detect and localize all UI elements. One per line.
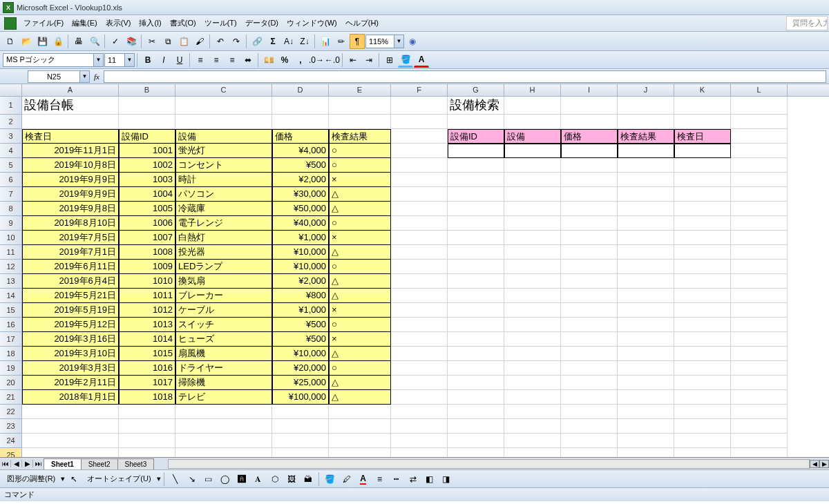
fx-icon[interactable]: fx (94, 72, 99, 81)
row-header[interactable]: 10 (0, 231, 22, 245)
cell-name[interactable]: ヒューズ (175, 332, 272, 347)
cell-date[interactable]: 2019年9月9日 (22, 173, 119, 187)
cell-date[interactable]: 2019年3月10日 (22, 347, 119, 361)
menu-file[interactable]: ファイル(F) (19, 17, 68, 30)
cell[interactable] (674, 274, 731, 289)
name-box-input[interactable] (28, 72, 79, 81)
cell[interactable] (561, 289, 618, 303)
cell-id[interactable]: 1017 (119, 376, 175, 390)
cell[interactable] (504, 158, 561, 173)
menu-format[interactable]: 書式(O) (166, 17, 200, 30)
cell[interactable] (448, 332, 504, 347)
underline-icon[interactable]: U (172, 52, 187, 68)
cell[interactable] (391, 376, 448, 390)
cell[interactable] (272, 405, 329, 419)
cell[interactable] (618, 187, 674, 202)
cell-name[interactable]: スイッチ (175, 318, 272, 332)
cell[interactable] (448, 419, 504, 434)
cell-name[interactable]: 投光器 (175, 245, 272, 260)
menu-insert[interactable]: 挿入(I) (135, 17, 165, 30)
cell-price[interactable]: ¥1,000 (272, 303, 329, 318)
cell-result[interactable]: ○ (329, 216, 391, 231)
cell-name[interactable]: 扇風機 (175, 347, 272, 361)
cell-price[interactable]: ¥100,000 (272, 390, 329, 405)
format-painter-icon[interactable]: 🖌 (192, 34, 207, 49)
cell-id[interactable]: 1003 (119, 173, 175, 187)
cell[interactable] (391, 405, 448, 419)
menu-data[interactable]: データ(D) (241, 17, 283, 30)
cell[interactable] (731, 376, 788, 390)
cell[interactable] (561, 274, 618, 289)
arrow-style-icon[interactable]: ⇄ (406, 472, 421, 487)
search-header[interactable]: 価格 (561, 129, 618, 144)
cell-id[interactable]: 1015 (119, 347, 175, 361)
cell-result[interactable]: ○ (329, 318, 391, 332)
cell[interactable] (504, 405, 561, 419)
research-icon[interactable]: 📚 (124, 34, 139, 49)
cell-price[interactable]: ¥500 (272, 332, 329, 347)
cell-name[interactable]: 白熱灯 (175, 231, 272, 245)
cell-name[interactable]: 電子レンジ (175, 216, 272, 231)
cell[interactable] (618, 448, 674, 457)
cell[interactable] (391, 129, 448, 144)
permission-icon[interactable]: 🔒 (50, 34, 66, 49)
cell-id[interactable]: 1009 (119, 260, 175, 274)
cell[interactable] (674, 231, 731, 245)
comma-icon[interactable]: , (293, 52, 308, 68)
cell-price[interactable]: ¥20,000 (272, 361, 329, 376)
cell-result[interactable]: △ (329, 390, 391, 405)
cell-name[interactable]: ケーブル (175, 303, 272, 318)
row-header[interactable]: 17 (0, 332, 22, 347)
textbox-icon[interactable]: 🅰 (234, 472, 249, 487)
open-icon[interactable]: 📂 (19, 34, 34, 49)
autosum-icon[interactable]: Σ (265, 34, 280, 49)
cell-name[interactable]: 掃除機 (175, 376, 272, 390)
row-header[interactable]: 9 (0, 216, 22, 231)
cell-price[interactable]: ¥4,000 (272, 144, 329, 158)
cell[interactable] (731, 216, 788, 231)
cell-id[interactable]: 1012 (119, 303, 175, 318)
cell[interactable] (731, 260, 788, 274)
col-header[interactable]: B (119, 84, 175, 96)
cell[interactable] (674, 289, 731, 303)
cell-name[interactable]: 時計 (175, 173, 272, 187)
cell-name[interactable]: ドライヤー (175, 361, 272, 376)
align-left-icon[interactable]: ≡ (193, 52, 208, 68)
cell[interactable] (561, 97, 618, 115)
cell[interactable] (561, 231, 618, 245)
decrease-indent-icon[interactable]: ⇤ (345, 52, 361, 68)
cell[interactable] (731, 434, 788, 448)
search-header[interactable]: 検査結果 (618, 129, 674, 144)
search-cell[interactable] (561, 144, 618, 158)
italic-icon[interactable]: I (156, 52, 171, 68)
chart-icon[interactable]: 📊 (318, 34, 333, 49)
cell[interactable] (731, 158, 788, 173)
currency-icon[interactable]: 💴 (261, 52, 276, 68)
cell-price[interactable]: ¥500 (272, 158, 329, 173)
cell[interactable] (272, 115, 329, 129)
cell[interactable] (731, 97, 788, 115)
cell[interactable] (618, 158, 674, 173)
cell[interactable] (448, 361, 504, 376)
cell[interactable] (674, 173, 731, 187)
cell[interactable] (119, 434, 175, 448)
row-header[interactable]: 12 (0, 260, 22, 274)
row-header[interactable]: 2 (0, 115, 22, 129)
sheet-tab[interactable]: Sheet1 (44, 458, 82, 469)
chevron-down-icon[interactable]: ▼ (394, 35, 403, 48)
ledger-header[interactable]: 設備ID (119, 129, 175, 144)
cell[interactable] (618, 202, 674, 216)
search-title[interactable]: 設備検索 (448, 97, 504, 115)
cell-name[interactable]: LEDランプ (175, 260, 272, 274)
search-cell[interactable] (618, 144, 674, 158)
col-header[interactable]: D (272, 84, 329, 96)
line-icon[interactable]: ╲ (168, 472, 183, 487)
cell[interactable] (618, 274, 674, 289)
dash-style-icon[interactable]: ┅ (389, 472, 404, 487)
cell[interactable] (22, 448, 119, 457)
cell[interactable] (504, 260, 561, 274)
cell-date[interactable]: 2019年6月4日 (22, 274, 119, 289)
row-header[interactable]: 11 (0, 245, 22, 260)
cell-id[interactable]: 1010 (119, 274, 175, 289)
ledger-title[interactable]: 設備台帳 (22, 97, 119, 115)
